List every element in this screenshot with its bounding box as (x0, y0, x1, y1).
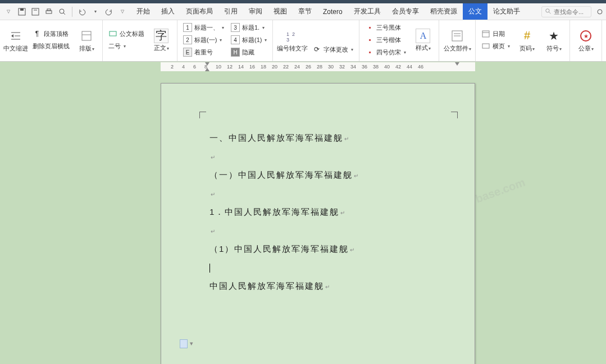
del-header-line-button[interactable]: 删除页眉横线 (30, 40, 72, 52)
tab-dev[interactable]: 开发工具 (348, 3, 386, 20)
svg-line-8 (549, 12, 550, 13)
tab-thesis[interactable]: 论文助手 (487, 3, 526, 20)
doc-line[interactable]: 1．中国人民解放军海军福建舰 (209, 202, 451, 221)
font-size-button[interactable]: 二号▾ (106, 40, 147, 52)
print-icon[interactable] (43, 6, 55, 18)
num4-icon: 4 (231, 35, 240, 44)
undo-icon[interactable] (76, 6, 88, 18)
svg-rect-23 (482, 44, 489, 48)
tab-view[interactable]: 视图 (268, 3, 293, 20)
symbol-icon: ★ (546, 28, 562, 44)
doc-line[interactable] (209, 184, 451, 202)
ruler-tick: 36 (362, 64, 367, 70)
ribbon-group-parts: 公文部件▾ (439, 20, 476, 61)
redo-icon[interactable] (103, 6, 115, 18)
fontupd-icon: ⟳ (312, 45, 321, 54)
paste-hint-icon (180, 339, 188, 348)
doc-line[interactable]: 中国人民解放军海军福建舰 (209, 277, 451, 295)
doc-cursor-line[interactable] (209, 258, 451, 277)
command-search[interactable] (541, 6, 591, 17)
font-button[interactable]: 字 正文▾ (149, 21, 174, 58)
e-icon: E (183, 48, 192, 57)
ruler-tick: 46 (418, 64, 423, 70)
quick-access-toolbar: ▽ ▾ ▽ (0, 6, 131, 18)
svg-rect-12 (82, 31, 91, 40)
heading1-button[interactable]: 1标题一、▾ (181, 22, 226, 33)
tab-gongwen[interactable]: 公文 (463, 3, 487, 20)
tab-start[interactable]: 开始 (131, 3, 156, 20)
num-to-text-button[interactable]: 123 编号转文字 (276, 21, 308, 58)
style-icon: A (416, 29, 430, 43)
preview-icon[interactable] (56, 6, 69, 18)
file-dropdown[interactable]: ▽ (2, 6, 15, 18)
emphasis-button[interactable]: E着重号 (181, 47, 226, 58)
svg-rect-3 (46, 11, 52, 13)
svg-rect-14 (110, 31, 116, 36)
tab-member[interactable]: 会员专享 (386, 3, 425, 20)
layout-button[interactable]: 排版▾ (74, 21, 99, 58)
tab-docer[interactable]: 稻壳资源 (425, 3, 463, 20)
style2-button[interactable]: ▪三号楷体 (363, 34, 408, 45)
date-button[interactable]: 日期 (479, 28, 512, 39)
ruler-strip: 2468101214161820222426283032343638404244… (161, 62, 475, 71)
styles-button[interactable]: A 样式▾ (411, 21, 435, 58)
doc-title-button[interactable]: 公文标题 (106, 28, 147, 39)
heading2-button[interactable]: 2标题(一)▾ (181, 34, 226, 45)
ruler-tick: 8 (204, 64, 207, 70)
doc-line[interactable]: （一）中国人民解放军海军福建舰 (209, 165, 451, 184)
search-input[interactable] (554, 8, 587, 15)
tab-zotero[interactable]: Zotero (317, 3, 348, 20)
ruler-tick: 2 (171, 64, 174, 70)
document-content[interactable]: 一、中国人民解放军海军福建舰 （一）中国人民解放军海军福建舰 1．中国人民解放军… (209, 128, 451, 295)
margin-corner-tr (451, 112, 458, 118)
ruler-tick: 18 (261, 64, 266, 70)
pagenum-button[interactable]: # 页码▾ (514, 21, 539, 58)
ribbon-group-font: 公文标题 二号▾ 字 正文▾ (103, 20, 177, 61)
undo-dropdown[interactable]: ▾ (89, 6, 102, 18)
seal-button[interactable]: ★ 公章▾ (573, 21, 598, 58)
ruler-tick: 28 (317, 64, 322, 70)
svg-point-7 (546, 9, 549, 12)
hidden-button[interactable]: H隐藏 (229, 47, 269, 58)
cn-indent-button[interactable]: 中文缩进 (3, 21, 28, 58)
tab-ref[interactable]: 引用 (218, 3, 243, 20)
hline-button[interactable]: 横页▾ (479, 40, 512, 52)
ruler-tick: 14 (238, 64, 244, 70)
ruler-tick: 22 (283, 64, 289, 70)
doc-line[interactable] (209, 221, 451, 239)
doc-line[interactable]: （1）中国人民解放军海军福建舰 (209, 239, 451, 258)
saveas-icon[interactable] (29, 6, 42, 18)
ribbon-group-indent: 中文缩进 ¶段落顶格 删除页眉横线 排版▾ (0, 20, 103, 61)
ruler-tick: 26 (306, 64, 311, 70)
horizontal-ruler[interactable]: 6 4 2 2468101214161820222426283032343638… (0, 62, 606, 72)
menu-tabs: 开始 插入 页面布局 引用 审阅 视图 章节 Zotero 开发工具 会员专享 … (131, 3, 526, 20)
doc-line[interactable]: 一、中国人民解放军海军福建舰 (209, 128, 451, 147)
margin-corner-tl (199, 112, 206, 118)
font-update-button[interactable]: ⟳字体更改▾ (310, 44, 356, 55)
tab-chapter[interactable]: 章节 (293, 3, 317, 20)
ruler-tick: 12 (227, 64, 233, 70)
tab-layout[interactable]: 页面布局 (180, 3, 218, 20)
qat-more[interactable]: ▽ (116, 6, 129, 18)
save-icon[interactable] (16, 6, 28, 18)
tab-review[interactable]: 审阅 (243, 3, 268, 20)
layout-icon (79, 28, 94, 44)
heading3-button[interactable]: 3标题1.▾ (229, 22, 269, 33)
sync-icon[interactable] (594, 6, 606, 18)
ribbon-group-seal: ★ 公章▾ (570, 20, 602, 61)
para-top-button[interactable]: ¶段落顶格 (30, 28, 72, 39)
document-page[interactable]: 一、中国人民解放军海军福建舰 （一）中国人民解放军海军福建舰 1．中国人民解放军… (161, 83, 475, 364)
style1-button[interactable]: ▪三号黑体 (363, 22, 408, 33)
right-indent-marker[interactable] (455, 62, 459, 66)
paste-hint[interactable]: ▾ (180, 339, 193, 348)
symbol-button[interactable]: ★ 符号▾ (541, 21, 566, 58)
svg-text:1: 1 (286, 31, 289, 37)
para-icon: ¶ (33, 29, 42, 38)
svg-text:2: 2 (292, 31, 295, 37)
svg-rect-2 (32, 8, 39, 15)
style3-button[interactable]: ▪四号仿宋▾ (363, 47, 408, 58)
tab-insert[interactable]: 插入 (156, 3, 180, 20)
heading4-button[interactable]: 4标题(1)▾ (229, 34, 269, 45)
doc-parts-button[interactable]: 公文部件▾ (443, 21, 472, 58)
doc-line[interactable] (209, 147, 451, 165)
